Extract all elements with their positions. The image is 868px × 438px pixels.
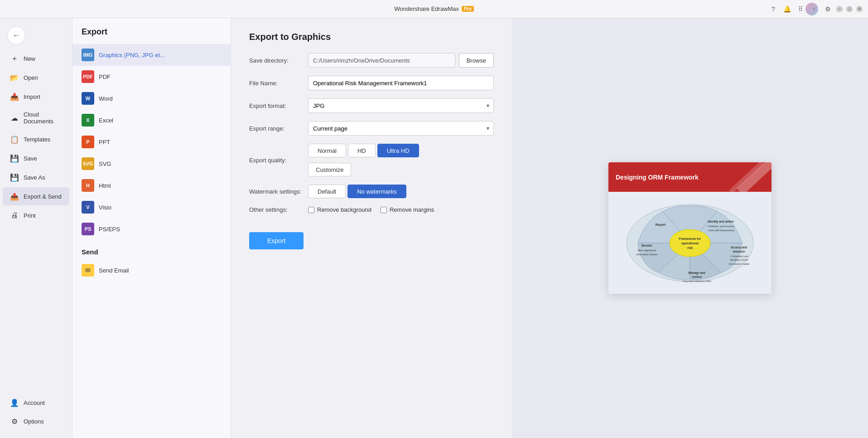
svg-text:Database (CLD): Database (CLD)	[730, 258, 748, 261]
svg-text:Report: Report	[656, 223, 666, 227]
title-bar: Wondershare EdrawMax Pro ? 🔔 ⠿ ↑ ⚙ − □ ✕	[0, 0, 868, 18]
sidebar-item-open[interactable]: 📂 Open	[3, 68, 69, 87]
account-icon: 👤	[10, 398, 19, 407]
export-format-svg[interactable]: SVG SVG	[72, 153, 231, 175]
sidebar-item-save[interactable]: 💾 Save	[3, 149, 69, 167]
export-format-excel[interactable]: X Excel	[72, 109, 231, 131]
maximize-button[interactable]: □	[846, 6, 853, 12]
toolbar-icons: ? 🔔 ⠿ ↑ ⚙	[769, 5, 832, 13]
quality-buttons-group: Normal HD Ultra HD	[308, 144, 494, 157]
quality-normal-button[interactable]: Normal	[308, 144, 346, 157]
share-icon[interactable]: ↑	[810, 5, 818, 13]
svg-text:• Definition and structure: • Definition and structure	[707, 225, 734, 228]
remove-background-checkbox[interactable]: Remove background	[308, 206, 371, 213]
customize-button[interactable]: Customize	[308, 163, 351, 176]
svg-text:Identify and define: Identify and define	[708, 220, 734, 224]
back-button[interactable]: ←	[7, 26, 25, 44]
close-button[interactable]: ✕	[856, 6, 863, 12]
svg-text:operational: operational	[681, 242, 699, 245]
email-icon: ✉	[82, 264, 94, 277]
watermark-default-button[interactable]: Default	[308, 185, 346, 198]
remove-background-input[interactable]	[308, 207, 314, 213]
pseps-format-icon: PS	[82, 223, 94, 235]
send-email-item[interactable]: ✉ Send Email	[72, 259, 231, 281]
export-format-pdf[interactable]: PDF PDF	[72, 66, 231, 88]
settings-icon[interactable]: ⚙	[824, 5, 832, 13]
save-directory-label: Save directory:	[249, 57, 308, 64]
minimize-button[interactable]: −	[836, 6, 843, 12]
svg-text:measure: measure	[733, 250, 745, 253]
ppt-format-icon: P	[82, 136, 94, 148]
remove-margins-checkbox[interactable]: Remove margins	[381, 206, 434, 213]
other-settings-control: Remove background Remove margins	[308, 206, 494, 213]
browse-button[interactable]: Browse	[459, 53, 494, 68]
export-format-control: JPG PNG BMP GIF TIFF SVG	[308, 98, 494, 113]
file-name-input[interactable]	[308, 76, 494, 90]
watermark-label: Watermark settings:	[249, 188, 308, 195]
svg-format-icon: SVG	[82, 157, 94, 170]
export-format-select[interactable]: JPG PNG BMP GIF TIFF SVG	[308, 98, 494, 113]
svg-text:• Risk Self Assessments: • Risk Self Assessments	[707, 229, 734, 232]
sidebar-item-account[interactable]: 👤 Account	[3, 394, 69, 412]
preview-body: Framework for operational risk Report Id…	[608, 192, 772, 294]
help-icon[interactable]: ?	[769, 5, 777, 13]
quality-ultrahd-button[interactable]: Ultra HD	[377, 144, 419, 157]
watermark-row: Watermark settings: Default No watermark…	[249, 185, 494, 198]
export-button[interactable]: Export	[249, 232, 304, 249]
orm-diagram: Framework for operational risk Report Id…	[617, 198, 762, 288]
sidebar: ← ＋ New 📂 Open 📥 Import ☁ Cloud Document…	[0, 18, 72, 438]
svg-text:Manage and: Manage and	[688, 271, 705, 275]
app-body: ← ＋ New 📂 Open 📥 Import ☁ Cloud Document…	[0, 18, 868, 438]
sidebar-item-new[interactable]: ＋ New	[3, 49, 69, 68]
export-range-select[interactable]: Current page All pages Selected objects	[308, 121, 494, 136]
export-format-html[interactable]: H Html	[72, 175, 231, 196]
html-format-icon: H	[82, 179, 94, 192]
export-format-pseps[interactable]: PS PS/EPS	[72, 218, 231, 240]
svg-text:risk: risk	[687, 246, 693, 249]
export-form: Export to Graphics Save directory: Brows…	[231, 18, 512, 438]
sidebar-item-print[interactable]: 🖨 Print	[3, 206, 69, 224]
import-icon: 📥	[10, 92, 19, 101]
other-settings-row: Other settings: Remove background Remove…	[249, 206, 494, 213]
svg-text:Monitor: Monitor	[641, 244, 652, 247]
open-icon: 📂	[10, 73, 19, 82]
other-settings-label: Other settings:	[249, 206, 308, 213]
templates-icon: 📋	[10, 135, 19, 144]
sidebar-item-cloud[interactable]: ☁ Cloud Documents	[3, 107, 69, 129]
export-range-control: Current page All pages Selected objects	[308, 121, 494, 136]
cloud-icon: ☁	[10, 113, 19, 122]
svg-text:More aggressive: More aggressive	[638, 249, 656, 252]
export-icon: 📤	[10, 192, 19, 201]
export-form-title: Export to Graphics	[249, 32, 494, 42]
export-range-row: Export range: Current page All pages Sel…	[249, 121, 494, 136]
notification-icon[interactable]: 🔔	[783, 5, 791, 13]
sidebar-item-export[interactable]: 📤 Export & Send	[3, 187, 69, 205]
sidebar-item-options[interactable]: ⚙ Options	[3, 412, 69, 430]
export-format-visio[interactable]: V Visio	[72, 196, 231, 218]
export-format-word[interactable]: W Word	[72, 88, 231, 109]
export-format-graphics[interactable]: IMG Graphics (PNG, JPG et...	[72, 44, 231, 66]
file-name-row: File Name:	[249, 76, 494, 90]
back-btn-area: ←	[0, 22, 72, 49]
svg-text:Framework for: Framework for	[679, 237, 701, 240]
save-directory-row: Save directory: Browse	[249, 53, 494, 68]
apps-icon[interactable]: ⠿	[796, 5, 805, 13]
sidebar-item-import[interactable]: 📥 Import	[3, 88, 69, 106]
export-panel-title: Export	[72, 18, 231, 42]
sidebar-item-saveas[interactable]: 💾 Save As	[3, 168, 69, 186]
svg-text:Information System: Information System	[636, 253, 658, 256]
svg-text:control: control	[692, 275, 702, 278]
preview-header: Designing ORM Framework	[608, 162, 772, 192]
watermark-buttons-group: Default No watermarks	[308, 185, 494, 198]
save-directory-control: Browse	[308, 53, 494, 68]
sidebar-item-templates[interactable]: 📋 Templates	[3, 130, 69, 148]
remove-margins-input[interactable]	[381, 207, 387, 213]
graphics-format-icon: IMG	[82, 49, 94, 61]
save-directory-input[interactable]	[308, 53, 455, 68]
watermark-nowatermarks-button[interactable]: No watermarks	[347, 185, 406, 198]
quality-hd-button[interactable]: HD	[348, 144, 376, 157]
file-name-label: File Name:	[249, 80, 308, 87]
pro-badge: Pro	[462, 6, 474, 12]
export-format-ppt[interactable]: P PPT	[72, 131, 231, 153]
print-icon: 🖨	[10, 211, 19, 220]
